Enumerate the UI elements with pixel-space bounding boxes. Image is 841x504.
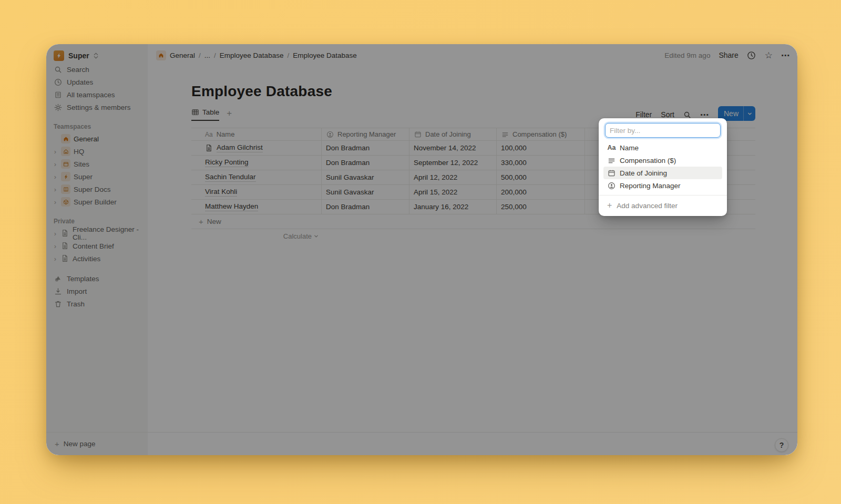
dim-overlay [46,44,797,455]
person-icon [607,181,616,190]
filter-popup: Aa Name Compensation ($) Date of Joining… [599,118,727,216]
popup-divider [599,195,727,196]
filter-by-input[interactable] [605,123,721,138]
plus-icon: + [607,201,612,210]
calendar-icon [607,169,616,178]
add-advanced-filter-button[interactable]: + Add advanced filter [599,199,727,212]
text-property-icon: Aa [607,143,616,152]
notion-app-window: Super Search Updates All teamspaces [46,44,797,455]
number-lines-icon [607,156,616,165]
filter-option-compensation[interactable]: Compensation ($) [603,154,722,167]
filter-option-reporting-manager[interactable]: Reporting Manager [603,179,722,192]
filter-option-name[interactable]: Aa Name [603,141,722,154]
filter-option-date-of-joining[interactable]: Date of Joining [603,167,722,179]
desktop-background: { "workspace": { "name": "Super" }, "sid… [0,0,841,504]
